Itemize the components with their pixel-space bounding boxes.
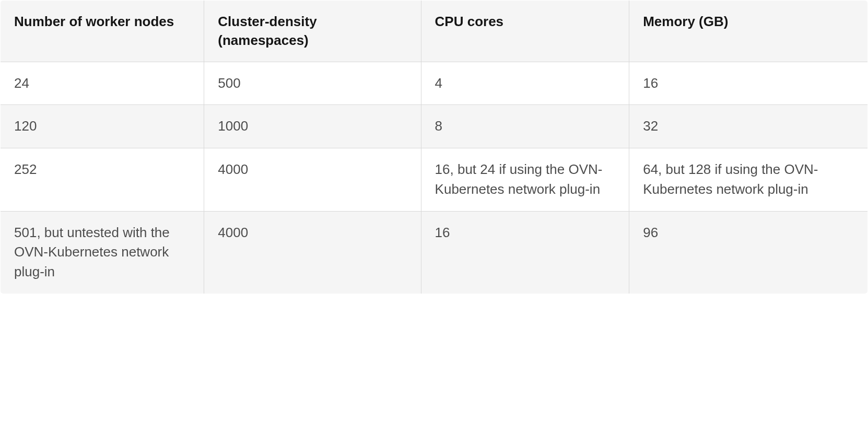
sizing-table: Number of worker nodes Cluster-density (… bbox=[0, 0, 868, 294]
cell-memory: 96 bbox=[629, 211, 868, 294]
header-cpu-cores: CPU cores bbox=[421, 1, 629, 62]
cell-memory: 64, but 128 if using the OVN-Kubernetes … bbox=[629, 148, 868, 211]
cell-cluster-density: 4000 bbox=[204, 211, 421, 294]
cell-worker-nodes: 501, but untested with the OVN-Kubernete… bbox=[1, 211, 204, 294]
cell-worker-nodes: 120 bbox=[1, 105, 204, 148]
table-row: 24 500 4 16 bbox=[1, 62, 868, 105]
cell-worker-nodes: 252 bbox=[1, 148, 204, 211]
table-row: 501, but untested with the OVN-Kubernete… bbox=[1, 211, 868, 294]
cell-cluster-density: 4000 bbox=[204, 148, 421, 211]
cell-memory: 32 bbox=[629, 105, 868, 148]
header-worker-nodes: Number of worker nodes bbox=[1, 1, 204, 62]
cell-cluster-density: 1000 bbox=[204, 105, 421, 148]
cell-cpu-cores: 16, but 24 if using the OVN-Kubernetes n… bbox=[421, 148, 629, 211]
cell-cpu-cores: 4 bbox=[421, 62, 629, 105]
cell-cpu-cores: 16 bbox=[421, 211, 629, 294]
table-row: 252 4000 16, but 24 if using the OVN-Kub… bbox=[1, 148, 868, 211]
cell-cluster-density: 500 bbox=[204, 62, 421, 105]
cell-cpu-cores: 8 bbox=[421, 105, 629, 148]
cell-memory: 16 bbox=[629, 62, 868, 105]
table-row: 120 1000 8 32 bbox=[1, 105, 868, 148]
header-memory: Memory (GB) bbox=[629, 1, 868, 62]
cell-worker-nodes: 24 bbox=[1, 62, 204, 105]
header-cluster-density: Cluster-density (namespaces) bbox=[204, 1, 421, 62]
table-header-row: Number of worker nodes Cluster-density (… bbox=[1, 1, 868, 62]
